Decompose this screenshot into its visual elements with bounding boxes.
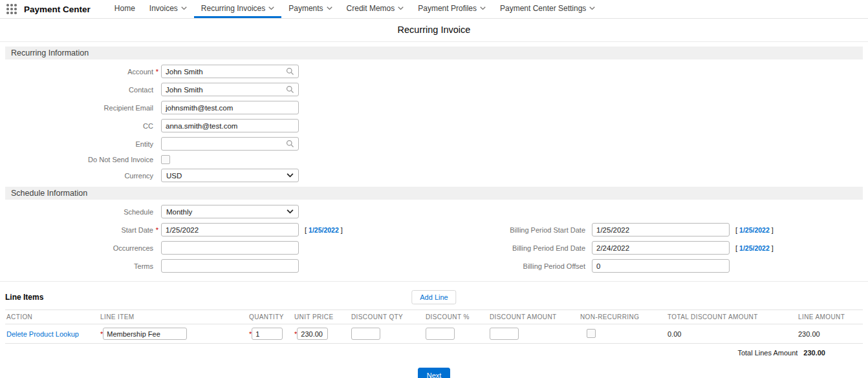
terms-input[interactable]: [161, 259, 299, 273]
currency-select-value: USD: [166, 172, 182, 180]
schedule-select[interactable]: Monthly: [161, 205, 299, 218]
contact-input[interactable]: [161, 83, 299, 96]
chevron-down-icon: [181, 6, 187, 10]
nav-item-label: Payment Center Settings: [500, 4, 586, 13]
start-date-input[interactable]: [161, 223, 299, 236]
non-recurring-cell: [579, 324, 666, 344]
action-cell: Delete Product Lookup: [5, 324, 99, 344]
chevron-down-icon: [589, 6, 595, 10]
chevron-down-icon: [287, 209, 294, 214]
billing-period-end-date-field: Billing Period End Date [ 1/25/2022 ]: [490, 241, 774, 255]
nav-item-recurring-invoices[interactable]: Recurring Invoices: [194, 0, 281, 18]
chevron-down-icon: [287, 173, 294, 178]
contact-field-row: Contact: [0, 83, 868, 96]
non-recurring-checkbox[interactable]: [587, 329, 596, 338]
cc-field-row: CC: [0, 119, 868, 132]
nav-item-invoices[interactable]: Invoices: [142, 0, 194, 18]
search-icon[interactable]: [286, 85, 294, 94]
bracket-open: [: [735, 226, 737, 234]
account-input[interactable]: [161, 65, 299, 78]
total-lines-amount-label: Total Lines Amount: [737, 349, 797, 357]
delete-link[interactable]: Delete: [6, 330, 27, 338]
nav-item-label: Payment Profiles: [418, 4, 477, 13]
billing-start-quick-link: [ 1/25/2022 ]: [735, 226, 774, 234]
recipient-email-label: Recipient Email: [0, 104, 153, 112]
product-lookup-link[interactable]: Product Lookup: [29, 330, 79, 338]
search-icon[interactable]: [286, 140, 294, 148]
line-items-header: Line Items Add Line: [5, 289, 863, 306]
billing-period-start-date-input[interactable]: [592, 223, 730, 236]
search-icon[interactable]: [286, 67, 294, 76]
table-row: Delete Product Lookup * * *: [5, 324, 863, 344]
recipient-email-field-row: Recipient Email: [0, 101, 868, 114]
bracket-close: ]: [772, 226, 774, 234]
discount-amount-input[interactable]: [490, 328, 519, 340]
billing-period-offset-input[interactable]: [592, 259, 730, 273]
discount-pct-input[interactable]: [426, 328, 455, 340]
bracket-open: [: [305, 226, 307, 234]
nav-item-credit-memos[interactable]: Credit Memos: [340, 0, 411, 18]
required-asterisk: *: [153, 68, 161, 76]
nav-item-payment-center-settings[interactable]: Payment Center Settings: [493, 0, 602, 18]
column-header-discount-qty: DISCOUNT QTY: [350, 310, 424, 324]
column-header-discount-amount: DISCOUNT AMOUNT: [488, 310, 579, 324]
nav-item-home[interactable]: Home: [107, 0, 142, 18]
nav-item-label: Invoices: [149, 4, 178, 13]
chevron-down-icon: [480, 6, 486, 10]
divider: [0, 41, 868, 42]
quantity-input[interactable]: [252, 328, 283, 340]
recipient-email-input[interactable]: [161, 101, 299, 114]
required-asterisk: *: [153, 226, 161, 234]
chevron-down-icon: [327, 6, 332, 10]
unit-price-input[interactable]: [297, 328, 328, 340]
divider: [0, 281, 868, 282]
nav-item-payment-profiles[interactable]: Payment Profiles: [411, 0, 493, 18]
column-header-non-recurring: NON-RECURRING: [579, 310, 666, 324]
schedule-label: Schedule: [0, 208, 153, 216]
billing-period-start-date-label: Billing Period Start Date: [490, 226, 585, 234]
discount-qty-input[interactable]: [351, 328, 380, 340]
column-header-line-amount: LINE AMOUNT: [797, 310, 863, 324]
column-header-quantity: QUANTITY: [248, 310, 293, 324]
terms-field-row: Terms Billing Period Offset: [0, 259, 868, 273]
next-button[interactable]: Next: [418, 368, 451, 378]
billing-end-quick-link: [ 1/25/2022 ]: [735, 244, 774, 252]
start-date-today-link[interactable]: 1/25/2022: [309, 226, 339, 234]
billing-end-today-link[interactable]: 1/25/2022: [739, 244, 770, 252]
billing-start-today-link[interactable]: 1/25/2022: [739, 226, 770, 234]
occurrences-input[interactable]: [161, 241, 299, 255]
total-lines-amount-row: Total Lines Amount230.00: [0, 344, 868, 357]
billing-period-end-date-input[interactable]: [592, 241, 730, 255]
app-launcher-icon[interactable]: [6, 4, 17, 14]
currency-select[interactable]: USD: [161, 169, 299, 182]
schedule-field-row: Schedule Monthly: [0, 205, 868, 218]
line-amount-cell: 230.00: [797, 324, 863, 344]
chevron-down-icon: [398, 6, 404, 10]
nav-item-payments[interactable]: Payments: [281, 0, 339, 18]
entity-label: Entity: [0, 140, 153, 148]
cc-input[interactable]: [161, 119, 299, 132]
total-discount-amount-cell: 0.00: [666, 324, 797, 344]
nav-item-label: Credit Memos: [347, 4, 395, 13]
billing-period-start-date-field: Billing Period Start Date [ 1/25/2022 ]: [490, 223, 774, 236]
billing-period-offset-field: Billing Period Offset: [490, 259, 730, 273]
column-header-unit-price: UNIT PRICE: [293, 310, 350, 324]
column-header-line-item: LINE ITEM: [99, 310, 248, 324]
account-field-row: Account *: [0, 65, 868, 78]
schedule-select-value: Monthly: [166, 208, 192, 216]
billing-period-end-date-label: Billing Period End Date: [490, 244, 585, 252]
do-not-send-invoice-field-row: Do Not Send Invoice: [0, 155, 868, 164]
line-item-input[interactable]: [103, 328, 187, 340]
currency-field-row: Currency USD: [0, 169, 868, 182]
billing-period-offset-label: Billing Period Offset: [490, 262, 585, 270]
column-header-discount-pct: DISCOUNT %: [424, 310, 488, 324]
entity-input[interactable]: [161, 137, 299, 151]
add-line-button[interactable]: Add Line: [411, 290, 456, 304]
currency-label: Currency: [0, 172, 153, 180]
bracket-close: ]: [341, 226, 343, 234]
chevron-down-icon: [268, 6, 274, 10]
bracket-close: ]: [772, 244, 774, 252]
do-not-send-invoice-checkbox[interactable]: [161, 155, 170, 164]
nav-item-label: Payments: [288, 4, 323, 13]
unit-price-cell: *: [293, 324, 350, 344]
